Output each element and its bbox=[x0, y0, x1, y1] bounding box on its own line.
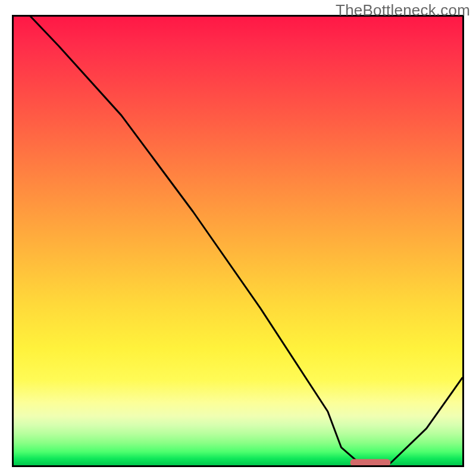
watermark-text: TheBottleneck.com bbox=[336, 1, 470, 20]
figure-root: TheBottleneck.com bbox=[0, 0, 476, 476]
gradient-background bbox=[14, 17, 462, 465]
plot-area bbox=[12, 15, 464, 467]
